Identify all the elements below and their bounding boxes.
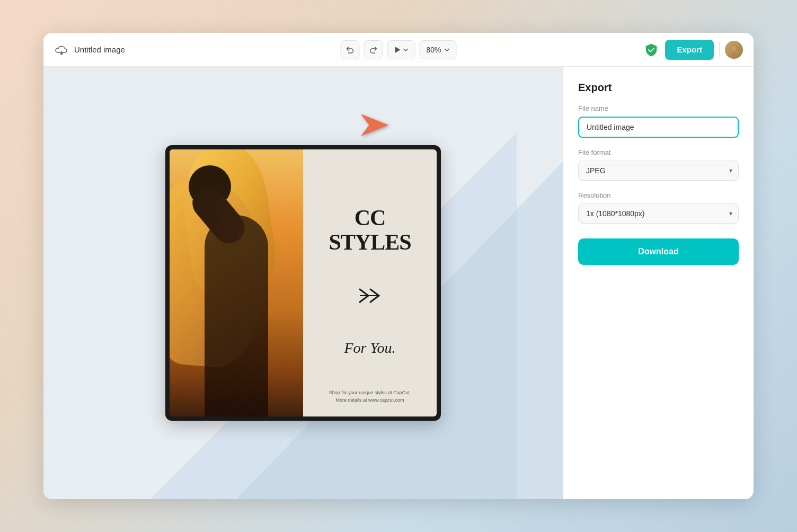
document-title: Untitled image: [74, 45, 125, 54]
redo-button[interactable]: [364, 40, 383, 59]
resolution-select[interactable]: 1x (1080*1080px) 2x (2160*2160px) 0.5x (…: [578, 203, 739, 224]
file-format-label: File format: [578, 148, 739, 156]
main-content: CC STYLES: [43, 67, 754, 499]
design-card: CC STYLES: [165, 145, 441, 421]
shield-icon: [643, 41, 660, 58]
design-text-area: CC STYLES: [303, 149, 437, 416]
svg-marker-1: [395, 47, 400, 53]
file-format-select[interactable]: JPEG PNG WebP: [578, 161, 739, 181]
file-name-label: File name: [578, 104, 739, 112]
for-you-text: For You.: [344, 340, 395, 357]
file-format-select-wrapper: JPEG PNG WebP ▾: [578, 161, 739, 181]
export-button[interactable]: Export: [665, 40, 714, 60]
svg-point-2: [732, 46, 736, 50]
file-name-input[interactable]: [578, 117, 739, 138]
export-panel: Export File name File format JPEG PNG We…: [563, 67, 754, 499]
zoom-control[interactable]: 80%: [419, 40, 456, 59]
header: Untitled image 80%: [43, 33, 754, 67]
cloud-icon: [54, 42, 69, 57]
zoom-level: 80%: [426, 46, 441, 54]
cc-styles-heading: CC STYLES: [329, 206, 411, 254]
file-format-group: File format JPEG PNG WebP ▾: [578, 148, 739, 181]
svg-marker-5: [361, 114, 388, 136]
header-right: Export: [643, 40, 743, 60]
resolution-label: Resolution: [578, 191, 739, 199]
design-inner: CC STYLES: [170, 149, 437, 416]
download-button[interactable]: Download: [578, 238, 739, 265]
header-center-controls: 80%: [340, 40, 456, 59]
shop-text: Shop for your unique styles at CapCut. M…: [329, 389, 411, 404]
file-name-group: File name: [578, 104, 739, 138]
canvas-area[interactable]: CC STYLES: [43, 67, 563, 499]
export-panel-title: Export: [578, 82, 739, 94]
app-window: Untitled image 80%: [43, 33, 754, 499]
resolution-group: Resolution 1x (1080*1080px) 2x (2160*216…: [578, 191, 739, 224]
play-button[interactable]: [387, 40, 415, 59]
resolution-select-wrapper: 1x (1080*1080px) 2x (2160*2160px) 0.5x (…: [578, 203, 739, 224]
capcut-logo: [359, 287, 381, 307]
header-divider: [719, 42, 720, 57]
undo-button[interactable]: [340, 40, 359, 59]
design-photo: [170, 149, 303, 416]
cc-styles-text: CC STYLES: [329, 206, 411, 254]
avatar[interactable]: [725, 41, 743, 59]
